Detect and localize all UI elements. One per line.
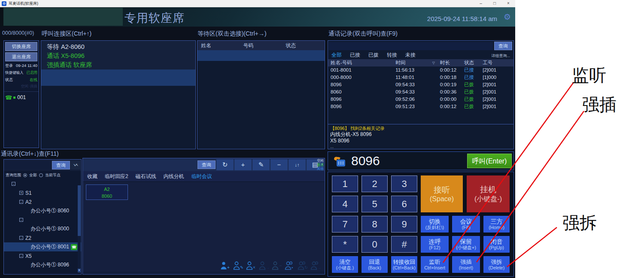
refresh-icon[interactable]: ↻ bbox=[216, 159, 234, 170]
key-#[interactable]: # bbox=[391, 236, 417, 253]
key-闭音[interactable]: 闭音(PgUp) bbox=[483, 236, 510, 253]
collapse-node-icon[interactable]: - bbox=[19, 254, 23, 258]
waiting-selected-row[interactable] bbox=[197, 50, 325, 61]
records-col-header[interactable]: 工号 bbox=[480, 59, 513, 66]
close-button[interactable]: × bbox=[501, 0, 515, 7]
key-强插[interactable]: 强插(Insert) bbox=[452, 256, 480, 273]
records-col-header[interactable]: 时长 bbox=[437, 59, 462, 66]
remove-icon[interactable]: − bbox=[270, 159, 288, 170]
key-转接收回[interactable]: 转接收回(Ctrl+Back) bbox=[391, 256, 417, 273]
key-8[interactable]: 8 bbox=[361, 216, 388, 233]
tree-item-Z2[interactable]: -Z2 bbox=[4, 233, 81, 242]
records-tab-全部[interactable]: 全部 bbox=[331, 51, 342, 59]
exit-seat-button[interactable]: 退出座席 bbox=[5, 52, 37, 61]
tree-item-办公小号①-8001[interactable]: 办公小号① 8001☎ bbox=[4, 242, 81, 251]
key-监听[interactable]: 监听Ctrl+Insert bbox=[421, 256, 449, 273]
contact-card[interactable]: A2 8060 bbox=[86, 184, 128, 200]
call-row[interactable]: 等待 A2-8060 bbox=[41, 42, 195, 51]
key-回退[interactable]: 回退(Back) bbox=[361, 256, 388, 273]
maximize-button[interactable]: □ bbox=[488, 0, 501, 7]
key-4[interactable]: 4 bbox=[332, 196, 358, 212]
key-9[interactable]: 9 bbox=[391, 216, 417, 233]
selected-call-row[interactable] bbox=[41, 70, 195, 86]
contacts-tab-内线分机[interactable]: 内线分机 bbox=[164, 173, 184, 180]
records-tab-未接[interactable]: 未接 bbox=[405, 51, 416, 59]
tree-item-办公小号①-8096[interactable]: 办公小号① 8096 bbox=[4, 260, 81, 269]
key-0[interactable]: 0 bbox=[361, 236, 388, 253]
gear-icon[interactable]: ⚙ bbox=[504, 12, 511, 22]
call-row[interactable]: 通话 X5-8096 bbox=[41, 51, 195, 60]
key-3[interactable]: 3 bbox=[391, 175, 417, 192]
hangup-button[interactable]: 挂机(小键盘-) bbox=[467, 175, 510, 212]
radio-当前节点[interactable] bbox=[39, 173, 43, 177]
tree-item-办公小号①-8000[interactable]: 办公小号① 8000 bbox=[4, 224, 81, 233]
minimize-button[interactable]: – bbox=[474, 0, 488, 7]
contacts-tab-磁石试线[interactable]: 磁石试线 bbox=[136, 173, 156, 180]
records-row[interactable]: 809609:51:230:00:12已拨[2]001 bbox=[328, 103, 513, 110]
answer-button[interactable]: 接听(Space) bbox=[421, 175, 463, 212]
records-query-button[interactable]: 查询 bbox=[494, 42, 512, 50]
collapse-node-icon[interactable]: - bbox=[19, 200, 23, 204]
detail-query-link[interactable]: 详细查询... bbox=[491, 53, 510, 59]
line-item[interactable]: ☎ 001 bbox=[4, 92, 39, 103]
records-row[interactable]: 000-800011:48:010:00:18已接[1]000 bbox=[328, 74, 513, 81]
records-tab-已接[interactable]: 已接 bbox=[350, 51, 360, 59]
collapse-node-icon[interactable]: - bbox=[19, 236, 23, 240]
key-会议[interactable]: 会议(F8) bbox=[452, 216, 480, 233]
tree-item-S1[interactable]: +S1 bbox=[4, 188, 81, 197]
contacts-query-button[interactable]: 查询 bbox=[197, 160, 216, 169]
contacts-search-input[interactable] bbox=[84, 160, 197, 170]
key-连呼[interactable]: 连呼(F12) bbox=[421, 236, 449, 253]
sort-icon[interactable]: ↓↑ bbox=[289, 159, 306, 170]
tree-item[interactable]: - bbox=[4, 179, 81, 188]
records-search-input[interactable] bbox=[329, 42, 493, 50]
edit-person-icon[interactable]: ✎ bbox=[233, 261, 243, 270]
key-6[interactable]: 6 bbox=[391, 196, 417, 212]
records-col-header[interactable]: 状态 bbox=[462, 59, 480, 66]
add-person-icon[interactable]: + bbox=[220, 261, 230, 270]
key-三方[interactable]: 三方(Home) bbox=[483, 216, 510, 233]
delete-person-icon[interactable]: × bbox=[246, 261, 256, 270]
conference-icon[interactable]: ⌒ bbox=[272, 261, 282, 270]
records-row[interactable]: 809609:52:060:00:00已拨[2]001 bbox=[328, 96, 513, 103]
records-col-header[interactable]: 时间▽ bbox=[393, 59, 437, 66]
tree-query-button[interactable]: 查询 bbox=[52, 161, 70, 169]
records-tab-转接[interactable]: 转接 bbox=[387, 51, 397, 59]
forward-group-icon[interactable]: → bbox=[310, 261, 320, 270]
add-icon[interactable]: + bbox=[234, 159, 252, 170]
tree-search-input[interactable] bbox=[5, 161, 51, 169]
records-row[interactable]: 001-800111:56:130:00:12已接[2]001 bbox=[328, 66, 513, 74]
tree-item-办公小号①-8060[interactable]: 办公小号① 8060 bbox=[4, 206, 81, 215]
move-person-icon[interactable]: → bbox=[259, 261, 269, 270]
sort-indicator-icon[interactable]: ▽ bbox=[432, 59, 435, 66]
key-1[interactable]: 1 bbox=[332, 175, 358, 192]
refresh-group-icon[interactable]: ↻ bbox=[298, 261, 307, 270]
save-group-icon[interactable]: ▪ bbox=[285, 261, 295, 270]
collapse-icon[interactable]: ↘↖ bbox=[71, 161, 80, 169]
switch-seat-button[interactable]: 切换座席 bbox=[5, 42, 37, 51]
contacts-tab-收藏[interactable]: 收藏 bbox=[87, 173, 97, 180]
key-5[interactable]: 5 bbox=[361, 196, 388, 212]
key-2[interactable]: 2 bbox=[361, 175, 388, 192]
key-清空[interactable]: 清空(小键盘.) bbox=[332, 256, 358, 273]
key-*[interactable]: * bbox=[332, 236, 358, 253]
contacts-tab-临时回应2[interactable]: 临时回应2 bbox=[105, 173, 128, 180]
tree-scrollbar[interactable]: ▼ bbox=[78, 185, 81, 272]
edit-icon[interactable]: ✎ bbox=[252, 159, 270, 170]
key-7[interactable]: 7 bbox=[332, 216, 358, 233]
records-row[interactable]: 806009:54:330:00:36已拨[2]001 bbox=[328, 88, 513, 96]
contacts-tab-临时会议[interactable]: 临时会议 bbox=[191, 173, 212, 180]
records-tab-已拨[interactable]: 已拨 bbox=[368, 51, 379, 59]
key-切换[interactable]: 切换(反斜杠\) bbox=[421, 216, 449, 233]
records-col-header[interactable]: 姓名-号码 bbox=[328, 59, 393, 66]
records-row[interactable]: 809609:54:330:00:19已拨[2]001 bbox=[328, 81, 513, 88]
key-强拆[interactable]: 强拆(Delete) bbox=[483, 256, 510, 273]
call-button[interactable]: 呼叫(Enter) bbox=[467, 154, 512, 168]
expand-icon[interactable]: + bbox=[19, 191, 23, 195]
collapse-node-icon[interactable]: - bbox=[19, 218, 23, 222]
call-row[interactable]: 强插通话 软座席 bbox=[41, 60, 195, 70]
radio-全部[interactable] bbox=[23, 173, 27, 177]
tree-item-A2[interactable]: -A2 bbox=[4, 197, 81, 206]
key-保留[interactable]: 保留(小键盘+) bbox=[452, 236, 480, 253]
collapse-node-icon[interactable]: - bbox=[12, 182, 15, 186]
